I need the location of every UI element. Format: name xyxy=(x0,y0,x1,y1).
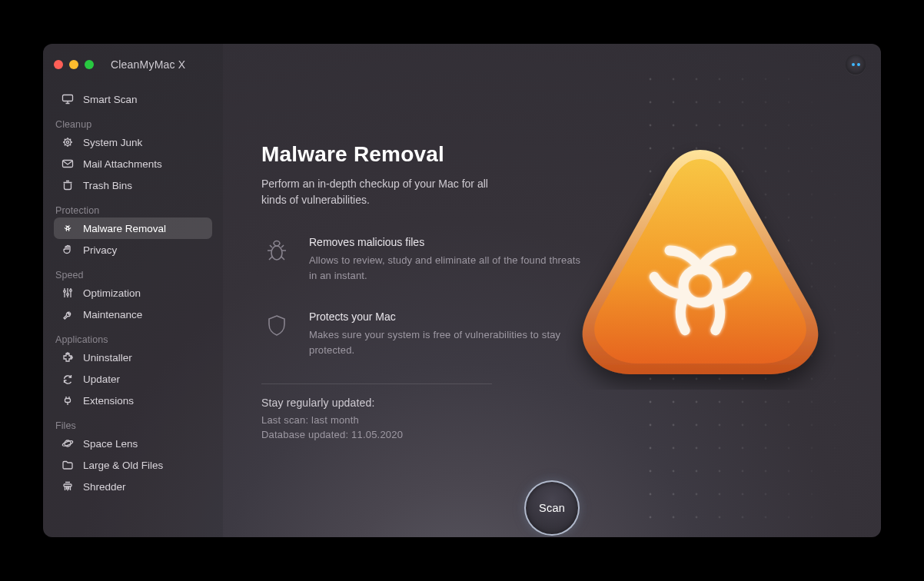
sidebar-section-protection: Protection xyxy=(55,205,212,216)
svg-point-234 xyxy=(271,246,282,260)
db-updated-text: Database updated: 11.05.2020 xyxy=(261,429,835,440)
sidebar-item-maintenance[interactable]: Maintenance xyxy=(54,304,212,325)
sidebar-item-label: Smart Scan xyxy=(83,94,138,105)
svg-point-227 xyxy=(70,290,72,292)
hand-icon xyxy=(61,244,74,256)
sidebar-list: Smart Scan Cleanup System Junk Mail Atta… xyxy=(54,88,212,497)
svg-point-222 xyxy=(66,141,68,143)
trash-icon xyxy=(61,179,74,191)
sidebar-item-label: Trash Bins xyxy=(83,180,132,191)
folder-icon xyxy=(61,459,74,471)
sidebar-item-smart-scan[interactable]: Smart Scan xyxy=(54,88,212,110)
feature-removes-malicious: Removes malicious files Allows to review… xyxy=(261,236,584,283)
feature-title: Protects your Mac xyxy=(309,310,584,323)
planet-icon xyxy=(61,437,74,450)
feature-title: Removes malicious files xyxy=(309,236,584,248)
sidebar-item-privacy[interactable]: Privacy xyxy=(54,239,212,261)
malware-hero-illustration xyxy=(566,136,835,390)
sidebar-section-cleanup: Cleanup xyxy=(55,119,212,130)
sidebar-item-system-junk[interactable]: System Junk xyxy=(54,131,212,153)
sidebar-item-label: Space Lens xyxy=(83,438,138,450)
window-zoom-button[interactable] xyxy=(85,60,94,69)
plug-icon xyxy=(61,394,74,407)
sidebar: CleanMyMac X Smart Scan Cleanup System J… xyxy=(43,44,223,537)
last-scan-text: Last scan: last month xyxy=(261,414,835,426)
shredder-icon xyxy=(61,480,74,493)
main-content: Malware Removal Perform an in-depth chec… xyxy=(223,44,881,537)
svg-point-225 xyxy=(64,290,66,293)
sidebar-item-label: Extensions xyxy=(83,395,134,407)
bug-icon xyxy=(261,236,292,267)
sidebar-item-label: Malware Removal xyxy=(83,223,166,234)
window-minimize-button[interactable] xyxy=(69,60,78,69)
sliders-icon xyxy=(61,287,74,299)
sidebar-item-label: Optimization xyxy=(83,287,141,299)
svg-point-235 xyxy=(683,269,717,303)
sidebar-item-label: Maintenance xyxy=(83,309,142,320)
sidebar-section-speed: Speed xyxy=(55,270,212,281)
sidebar-item-updater[interactable]: Updater xyxy=(54,368,212,390)
wrench-icon xyxy=(61,308,74,320)
sidebar-item-shredder[interactable]: Shredder xyxy=(54,476,212,497)
biohazard-icon xyxy=(61,222,74,234)
update-heading: Stay regularly updated: xyxy=(261,397,835,409)
sidebar-item-label: Privacy xyxy=(83,244,117,256)
display-icon xyxy=(61,93,74,105)
svg-point-226 xyxy=(67,294,69,296)
mail-icon xyxy=(61,158,74,170)
sidebar-item-trash-bins[interactable]: Trash Bins xyxy=(54,174,212,196)
sidebar-item-large-old-files[interactable]: Large & Old Files xyxy=(54,454,212,476)
sidebar-item-uninstaller[interactable]: Uninstaller xyxy=(54,347,212,368)
sidebar-section-files: Files xyxy=(55,420,212,431)
sidebar-item-label: System Junk xyxy=(83,137,142,148)
puzzle-icon xyxy=(61,351,74,364)
svg-rect-233 xyxy=(64,484,71,486)
feature-desc: Allows to review, study and eliminate al… xyxy=(309,253,584,283)
svg-point-232 xyxy=(62,440,74,447)
sidebar-section-applications: Applications xyxy=(55,334,212,345)
sidebar-item-extensions[interactable]: Extensions xyxy=(54,390,212,411)
feature-protects-mac: Protects your Mac Makes sure your system… xyxy=(261,310,584,357)
feature-desc: Makes sure your system is free of vulner… xyxy=(309,327,584,357)
sidebar-item-label: Updater xyxy=(83,374,120,385)
app-window: CleanMyMac X Smart Scan Cleanup System J… xyxy=(43,44,881,537)
svg-rect-230 xyxy=(65,399,71,403)
sidebar-item-label: Large & Old Files xyxy=(83,460,163,471)
window-close-button[interactable] xyxy=(54,60,63,69)
sidebar-item-label: Uninstaller xyxy=(83,352,132,364)
sidebar-item-optimization[interactable]: Optimization xyxy=(54,282,212,304)
page-title: Malware Removal xyxy=(261,142,835,167)
sidebar-item-label: Shredder xyxy=(83,481,126,493)
shield-icon xyxy=(261,310,292,341)
titlebar: CleanMyMac X xyxy=(54,55,212,75)
scan-button-wrap: Scan xyxy=(515,471,589,537)
svg-rect-220 xyxy=(63,95,73,101)
app-title: CleanMyMac X xyxy=(111,58,185,71)
sidebar-item-label: Mail Attachments xyxy=(83,158,162,170)
gear-icon xyxy=(61,136,74,148)
assistant-menu-button[interactable] xyxy=(846,55,866,75)
sidebar-item-mail-attachments[interactable]: Mail Attachments xyxy=(54,153,212,174)
sidebar-item-malware-removal[interactable]: Malware Removal xyxy=(54,217,212,239)
page-subtitle: Perform an in-depth checkup of your Mac … xyxy=(261,176,507,208)
sidebar-item-space-lens[interactable]: Space Lens xyxy=(54,433,212,454)
refresh-icon xyxy=(61,373,74,385)
scan-button[interactable]: Scan xyxy=(524,480,580,536)
divider xyxy=(261,383,492,384)
